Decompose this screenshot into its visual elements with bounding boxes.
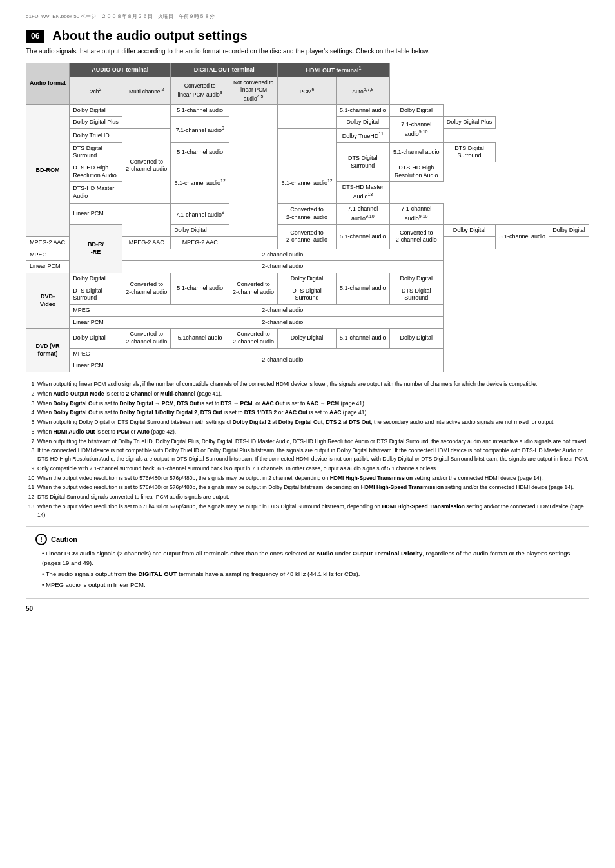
group-hdmi-out: HDMI OUT terminal1: [278, 63, 389, 77]
intro-text: The audio signals that are output differ…: [26, 47, 589, 56]
col-multi: Multi-channel2: [122, 77, 171, 104]
page-header: 06 About the audio output settings: [26, 28, 589, 43]
cell-bdr-aac-notconv: MPEG-2 AAC: [122, 236, 171, 249]
cell-bdr-aac-auto: MPEG-2 AAC: [171, 236, 229, 249]
cell-bdrom-lpcm-notconv: Converted to2-channel audio: [278, 203, 337, 224]
format-dts-hd-high: DTS-HD HighResolution Audio: [70, 162, 122, 182]
note-7: When outputting the bitstream of Dolby T…: [37, 438, 589, 446]
disc-dvd: DVD-Video: [26, 273, 70, 328]
cell-bdr-pcm: 5.1-channel audio: [496, 225, 549, 249]
row-dvd-mpeg: MPEG 2-channel audio: [26, 305, 589, 317]
caution-item-3: MPEG audio is output in linear PCM.: [42, 581, 580, 590]
row-dvd-dts: DTS DigitalSurround DTS DigitalSurround …: [26, 285, 589, 304]
cell-bdrom-dts-dts-digital: DTS DigitalSurround: [336, 142, 389, 182]
cell-dvd-dd-auto: Dolby Digital: [389, 273, 443, 285]
format-dvd-mpeg: MPEG: [70, 305, 122, 317]
page-title: About the audio output settings: [52, 28, 247, 43]
cell-bdrom-truehd-dts: [278, 129, 337, 162]
format-dts-hd-master: DTS-HD MasterAudio: [70, 182, 122, 203]
note-4: When Dolby Digital Out is set to Dolby D…: [37, 409, 589, 417]
format-dolby-digital-plus: Dolby Digital Plus: [70, 117, 122, 129]
cell-dvdvr-notconv: Dolby Digital: [278, 329, 337, 348]
cell-bdrom-lpcm-pcm: 7.1-channelaudio9,10: [336, 203, 389, 224]
cell-bdrom-ddplus-dolby: Dolby Digital: [336, 117, 389, 129]
note-10: When the output video resolution is set …: [37, 474, 589, 483]
group-audio-out: AUDIO OUT terminal: [70, 63, 171, 77]
cell-bdrom-truehd-auto: Dolby TrueHD11: [336, 129, 389, 143]
cell-dvd-pcm: 5.1-channel audio: [336, 273, 389, 304]
caution-header: ! Caution: [35, 534, 580, 545]
row-bdrom-dolby-truehd: Dolby TrueHD Converted to2-channel audio…: [26, 129, 589, 143]
caution-list: Linear PCM audio signals (2 channels) ar…: [35, 549, 580, 590]
cell-dvd-lpcm-2ch: 2-channel audio: [122, 316, 444, 329]
cell-dvd-dd-notconv: Dolby Digital: [278, 273, 337, 285]
note-6: When HDMI Audio Out is set to PCM or Aut…: [37, 428, 589, 436]
cell-bdrom-dts-pcm: 5.1-channel audio: [389, 142, 443, 162]
cell-dvdvr-auto: Dolby Digital: [389, 329, 443, 348]
caution-icon: !: [35, 534, 47, 545]
format-dvdvr-mpeg: MPEG: [70, 348, 122, 360]
note-12: DTS Digital Surround signals converted t…: [37, 493, 589, 501]
cell-bdrom-lpcm-2ch: [122, 203, 171, 236]
col-not-converted: Not converted tolinear PCMaudio4,5: [229, 77, 277, 104]
caution-item-2: The audio signals output from the DIGITA…: [42, 570, 580, 579]
cell-bdrom-dts-51: 5.1-channel audio: [171, 142, 229, 162]
cell-bdrom-dtshd-51: 5.1-channel audio12: [171, 162, 229, 204]
notes-section: When outputting linear PCM audio signals…: [26, 380, 589, 519]
note-1: When outputting linear PCM audio signals…: [37, 380, 589, 389]
cell-bdr-converted: Converted to2-channel audio: [389, 225, 443, 249]
cell-bdrom-converted: [229, 104, 277, 236]
note-2: When Audio Output Mode is set to 2 Chann…: [37, 390, 589, 398]
format-dvd-linear-pcm: Linear PCM: [70, 316, 122, 329]
cell-dvd-dts-notconv: DTS DigitalSurround: [278, 285, 337, 304]
cell-bdr-dd-auto: Dolby Digital: [549, 225, 589, 237]
cell-dvd-51: 5.1-channel audio: [171, 273, 229, 304]
cell-bdrom-dd-pcm: 5.1-channel audio: [336, 104, 389, 117]
cell-bdrom-dtshd-pcm: 5.1-channel audio12: [278, 162, 337, 204]
format-dolby-truehd: Dolby TrueHD: [70, 129, 122, 143]
note-11: When the output video resolution is set …: [37, 483, 589, 492]
chapter-badge: 06: [26, 30, 44, 43]
row-bdr-dolby-digital: BD-R/-RE Dolby Digital Converted to2-cha…: [26, 225, 589, 237]
col-audio-format: Audio format: [26, 63, 70, 105]
note-13: When the output video resolution is set …: [37, 503, 589, 519]
caution-section: ! Caution Linear PCM audio signals (2 ch…: [26, 526, 589, 599]
cell-bdrom-truehd-2ch: Converted to2-channel audio: [122, 129, 171, 204]
cell-dvdvr-pcm: 5.1-channel audio: [336, 329, 389, 348]
cell-dvdvr-2ch: Converted to2-channel audio: [122, 329, 171, 348]
top-bar: 51FD_WV_EN.book 50 ページ ２００８年８月２６日 火曜日 午前…: [26, 13, 589, 23]
cell-dvd-converted: Converted to2-channel audio: [229, 273, 277, 304]
cell-bdrom-dd-2ch: [122, 104, 171, 128]
cell-dvdvr-51: 5.1channel audio: [171, 329, 229, 348]
disc-bdrom: BD-ROM: [26, 104, 70, 236]
cell-bdr-dd-notconv: Dolby Digital: [443, 225, 496, 237]
cell-dvd-mpeg-2ch: 2-channel audio: [122, 305, 444, 317]
row-dvd-linear-pcm: Linear PCM 2-channel audio: [26, 316, 589, 329]
row-dvdvr-dolby-digital: DVD (VRformat) Dolby Digital Converted t…: [26, 329, 589, 348]
format-bdr-dolby-digital: Dolby Digital: [171, 225, 229, 237]
format-dvd-dts: DTS DigitalSurround: [70, 285, 122, 304]
note-9: Only compatible with 7.1-channel surroun…: [37, 465, 589, 473]
cell-bdr-51: 5.1-channel audio: [336, 225, 389, 249]
note-8: If the connected HDMI device is not comp…: [37, 447, 589, 463]
cell-bdr-mpeg-2ch: 2-channel audio: [122, 249, 444, 261]
col-pcm: PCM6: [278, 77, 337, 104]
top-bar-text: 51FD_WV_EN.book 50 ページ ２００８年８月２６日 火曜日 午前…: [26, 14, 215, 19]
note-3: When Dolby Digital Out is set to Dolby D…: [37, 400, 589, 408]
cell-bdrom-ddplus-auto: Dolby Digital Plus: [443, 117, 496, 129]
group-digital-out: DIGITAL OUT terminal: [171, 63, 278, 77]
row-bdrom-dts-hd-high: DTS-HD HighResolution Audio 5.1-channel …: [26, 162, 589, 182]
cell-bdrom-dd-auto: Dolby Digital: [389, 104, 443, 117]
row-dvdvr-mpeg: MPEG 2-channel audio: [26, 348, 589, 360]
cell-dvd-dts-auto: DTS DigitalSurround: [389, 285, 443, 304]
cell-bdr-2ch: Converted to2-channel audio: [278, 225, 337, 249]
cell-bdrom-dd-51: 5.1-channel audio: [171, 104, 229, 117]
cell-bdrom-dts-auto: DTS DigitalSurround: [443, 142, 496, 162]
format-dts-digital: DTS DigitalSurround: [70, 142, 122, 162]
col-converted: Converted tolinear PCM audio3: [171, 77, 229, 104]
col-2ch: 2ch2: [70, 77, 122, 104]
cell-bdr-lpcm-2ch: 2-channel audio: [122, 261, 444, 273]
col-auto: Auto6,7,8: [336, 77, 389, 104]
cell-bdrom-lpcm-71: 7.1-channel audio9: [171, 203, 229, 224]
audio-table: Audio format AUDIO OUT terminal DIGITAL …: [26, 63, 589, 372]
